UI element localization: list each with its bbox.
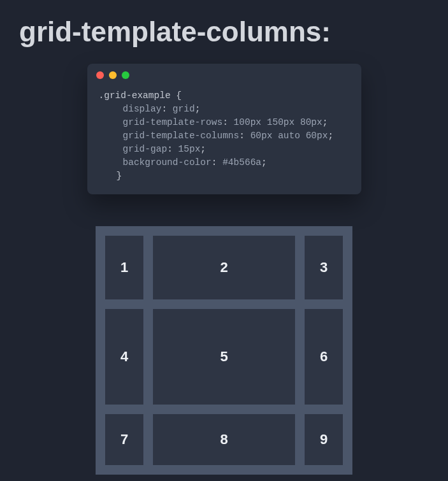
minimize-icon: [109, 71, 117, 79]
semicolon: ;: [195, 104, 201, 114]
close-icon: [96, 71, 104, 79]
code-prop: display: [123, 104, 162, 114]
grid-example: 1 2 3 4 5 6 7 8 9: [96, 226, 352, 475]
grid-cell: 8: [153, 414, 295, 465]
colon: :: [239, 131, 245, 141]
grid-cell: 6: [305, 309, 343, 405]
code-prop: grid-template-rows: [123, 117, 223, 127]
grid-cell: 3: [305, 236, 343, 299]
semicolon: ;: [328, 131, 333, 141]
code-selector: .grid-example: [99, 90, 171, 101]
colon: :: [222, 117, 228, 127]
semicolon: ;: [261, 157, 267, 168]
semicolon: ;: [200, 144, 206, 154]
grid-cell: 4: [105, 309, 143, 405]
brace-open: {: [176, 90, 182, 101]
grid-cell: 9: [305, 414, 343, 465]
code-val: #4b566a: [222, 157, 261, 168]
semicolon: ;: [322, 117, 328, 127]
grid-demo-wrap: 1 2 3 4 5 6 7 8 9: [96, 226, 352, 475]
maximize-icon: [122, 71, 129, 79]
colon: :: [212, 157, 217, 168]
code-block: .grid-example { display: grid;grid-templ…: [87, 83, 361, 185]
code-prop: grid-gap: [123, 144, 168, 154]
code-window: .grid-example { display: grid;grid-templ…: [87, 64, 361, 194]
code-val: grid: [173, 104, 195, 114]
code-prop: background-color: [123, 157, 212, 168]
brace-close: }: [117, 171, 122, 181]
colon: :: [161, 104, 167, 114]
window-titlebar: [87, 64, 361, 83]
code-val: 15px: [178, 144, 201, 154]
colon: :: [167, 144, 173, 154]
grid-cell: 7: [105, 414, 143, 465]
grid-cell: 2: [153, 236, 295, 299]
page-title: grid-template-columns:: [0, 0, 448, 64]
code-val: 60px auto 60px: [250, 131, 328, 141]
code-prop: grid-template-columns: [123, 131, 240, 141]
grid-cell: 1: [105, 236, 143, 299]
grid-cell: 5: [153, 309, 295, 405]
code-val: 100px 150px 80px: [234, 117, 322, 127]
